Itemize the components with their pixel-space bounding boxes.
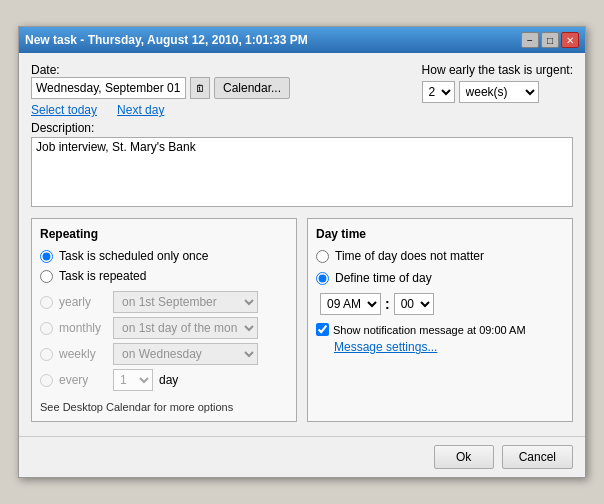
date-row: 🗓 Calendar... (31, 77, 402, 99)
yearly-select[interactable]: on 1st September (113, 291, 258, 313)
urgency-value-select[interactable]: 2 (422, 81, 455, 103)
description-container: Job interview, St. Mary's Bank (31, 137, 573, 210)
daytime-panel: Day time Time of day does not matter Def… (307, 218, 573, 422)
scheduled-once-radio[interactable] (40, 250, 53, 263)
yearly-label: yearly (59, 295, 107, 309)
task-repeated-radio[interactable] (40, 270, 53, 283)
top-section: Date: 🗓 Calendar... Select today Next da… (31, 63, 573, 117)
weekly-select[interactable]: on Wednesday (113, 343, 258, 365)
calendar-button[interactable]: Calendar... (214, 77, 290, 99)
no-time-radio-row: Time of day does not matter (316, 249, 564, 263)
weekly-radio[interactable] (40, 348, 53, 361)
footer: Ok Cancel (19, 436, 585, 477)
select-today-link[interactable]: Select today (31, 103, 97, 117)
define-time-radio-row: Define time of day (316, 271, 564, 285)
notification-row: Show notification message at 09:00 AM (316, 323, 564, 336)
window-title: New task - Thursday, August 12, 2010, 1:… (25, 33, 308, 47)
minute-select[interactable]: 00 (394, 293, 434, 315)
date-section: Date: 🗓 Calendar... Select today Next da… (31, 63, 402, 117)
urgency-section: How early the task is urgent: 2 week(s) (422, 63, 573, 103)
main-content: Date: 🗓 Calendar... Select today Next da… (19, 53, 585, 432)
time-controls: 09 AM : 00 (320, 293, 564, 315)
no-time-radio[interactable] (316, 250, 329, 263)
hour-select[interactable]: 09 AM (320, 293, 381, 315)
date-links: Select today Next day (31, 103, 402, 117)
repeated-radio-row: Task is repeated (40, 269, 288, 283)
weekly-label: weekly (59, 347, 107, 361)
minimize-button[interactable]: − (521, 32, 539, 48)
weekly-row: weekly on Wednesday (40, 343, 288, 365)
time-colon: : (385, 296, 390, 312)
date-label: Date: (31, 63, 402, 77)
once-radio-row: Task is scheduled only once (40, 249, 288, 263)
urgency-label: How early the task is urgent: (422, 63, 573, 77)
monthly-radio[interactable] (40, 322, 53, 335)
define-time-radio[interactable] (316, 272, 329, 285)
main-window: New task - Thursday, August 12, 2010, 1:… (18, 26, 586, 478)
define-time-label: Define time of day (335, 271, 432, 285)
no-time-label: Time of day does not matter (335, 249, 484, 263)
every-label: every (59, 373, 107, 387)
close-button[interactable]: ✕ (561, 32, 579, 48)
description-textarea[interactable]: Job interview, St. Mary's Bank (31, 137, 573, 207)
notification-checkbox[interactable] (316, 323, 329, 336)
every-unit-label: day (159, 373, 178, 387)
yearly-radio[interactable] (40, 296, 53, 309)
title-bar-controls: − □ ✕ (521, 32, 579, 48)
every-radio[interactable] (40, 374, 53, 387)
repeating-title: Repeating (40, 227, 288, 241)
daytime-title: Day time (316, 227, 564, 241)
urgency-controls: 2 week(s) (422, 81, 539, 103)
cancel-button[interactable]: Cancel (502, 445, 573, 469)
maximize-button[interactable]: □ (541, 32, 559, 48)
date-picker-icon[interactable]: 🗓 (190, 77, 210, 99)
monthly-label: monthly (59, 321, 107, 335)
panels-row: Repeating Task is scheduled only once Ta… (31, 218, 573, 422)
see-more-text: See Desktop Calendar for more options (40, 401, 288, 413)
every-row: every 1 day (40, 369, 288, 391)
monthly-select[interactable]: on 1st day of the month (113, 317, 258, 339)
yearly-row: yearly on 1st September (40, 291, 288, 313)
description-label: Description: (31, 121, 573, 135)
every-num-select[interactable]: 1 (113, 369, 153, 391)
task-repeated-label: Task is repeated (59, 269, 146, 283)
title-bar: New task - Thursday, August 12, 2010, 1:… (19, 27, 585, 53)
date-input[interactable] (31, 77, 186, 99)
ok-button[interactable]: Ok (434, 445, 494, 469)
repeat-options: yearly on 1st September monthly on 1st d… (40, 291, 288, 391)
scheduled-once-label: Task is scheduled only once (59, 249, 208, 263)
monthly-row: monthly on 1st day of the month (40, 317, 288, 339)
notification-label: Show notification message at 09:00 AM (333, 324, 526, 336)
urgency-unit-select[interactable]: week(s) (459, 81, 539, 103)
message-settings-link[interactable]: Message settings... (334, 340, 437, 354)
repeating-panel: Repeating Task is scheduled only once Ta… (31, 218, 297, 422)
next-day-link[interactable]: Next day (117, 103, 164, 117)
description-section: Description: Job interview, St. Mary's B… (31, 121, 573, 210)
